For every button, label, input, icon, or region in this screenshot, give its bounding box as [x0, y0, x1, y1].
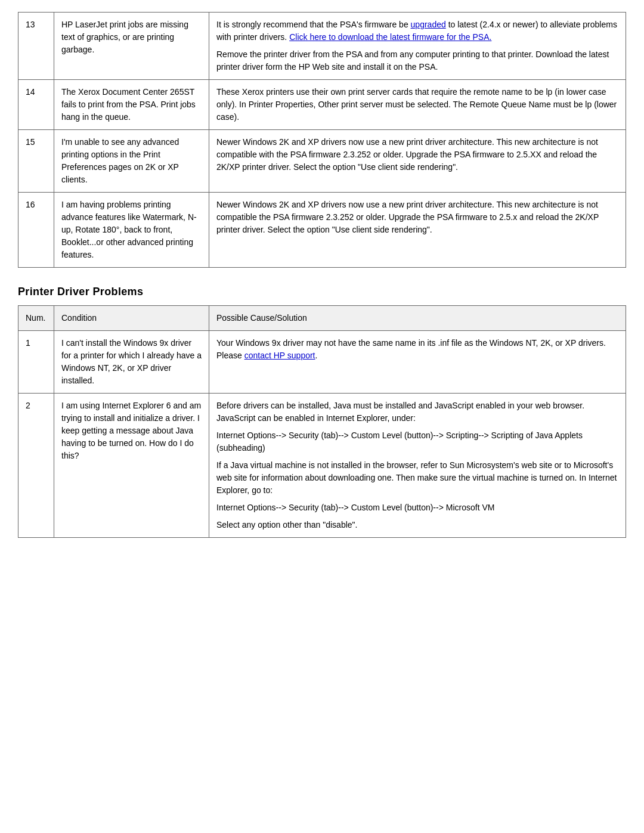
row-solution: Before drivers can be installed, Java mu… [209, 394, 626, 538]
table-row: 14 The Xerox Document Center 265ST fails… [18, 80, 626, 130]
table-row: 16 I am having problems printing advance… [18, 193, 626, 268]
row-condition: I can't install the Windows 9x driver fo… [54, 331, 209, 394]
row-solution: Newer Windows 2K and XP drivers now use … [209, 130, 626, 193]
solution-link[interactable]: Click here to download the latest firmwa… [289, 32, 491, 42]
col-header-solution: Possible Cause/Solution [209, 306, 626, 331]
solution-text: It is strongly recommend that the PSA's … [216, 18, 618, 44]
col-header-num: Num. [18, 306, 54, 331]
row-solution: Your Windows 9x driver may not have the … [209, 331, 626, 394]
row-solution: These Xerox printers use their own print… [209, 80, 626, 130]
solution-text: These Xerox printers use their own print… [216, 86, 618, 123]
bottom-table: Num. Condition Possible Cause/Solution 1… [18, 305, 626, 538]
row-num: 13 [18, 13, 54, 80]
row-num: 1 [18, 331, 54, 394]
row-num: 2 [18, 394, 54, 538]
solution-link[interactable]: upgraded [411, 20, 446, 29]
row-solution: Newer Windows 2K and XP drivers now use … [209, 193, 626, 268]
solution-text: Before drivers can be installed, Java mu… [216, 400, 618, 425]
row-condition: I am having problems printing advance fe… [54, 193, 209, 268]
section-title: Printer Driver Problems [18, 286, 626, 298]
row-num: 16 [18, 193, 54, 268]
solution-link[interactable]: contact HP support [244, 351, 315, 360]
table-header-row: Num. Condition Possible Cause/Solution [18, 306, 626, 331]
row-condition: I am using Internet Explorer 6 and am tr… [54, 394, 209, 538]
table-row: 2 I am using Internet Explorer 6 and am … [18, 394, 626, 538]
row-condition: I'm unable to see any advanced printing … [54, 130, 209, 193]
solution-text: Newer Windows 2K and XP drivers now use … [216, 136, 618, 174]
solution-text: If a Java virtual machine is not install… [216, 459, 618, 497]
table-row: 13 HP LaserJet print jobs are missing te… [18, 13, 626, 80]
col-header-condition: Condition [54, 306, 209, 331]
row-condition: The Xerox Document Center 265ST fails to… [54, 80, 209, 130]
solution-text: Select any option other than "disable". [216, 519, 618, 531]
table-row: 15 I'm unable to see any advanced printi… [18, 130, 626, 193]
solution-text: Internet Options--> Security (tab)--> Cu… [216, 429, 618, 454]
row-num: 15 [18, 130, 54, 193]
solution-text: Newer Windows 2K and XP drivers now use … [216, 199, 618, 236]
solution-text: Your Windows 9x driver may not have the … [216, 337, 618, 362]
solution-text: Internet Options--> Security (tab)--> Cu… [216, 501, 618, 514]
table-row: 1 I can't install the Windows 9x driver … [18, 331, 626, 394]
row-solution: It is strongly recommend that the PSA's … [209, 13, 626, 80]
solution-text: Remove the printer driver from the PSA a… [216, 48, 618, 73]
row-condition: HP LaserJet print jobs are missing text … [54, 13, 209, 80]
row-num: 14 [18, 80, 54, 130]
top-table: 13 HP LaserJet print jobs are missing te… [18, 12, 626, 268]
